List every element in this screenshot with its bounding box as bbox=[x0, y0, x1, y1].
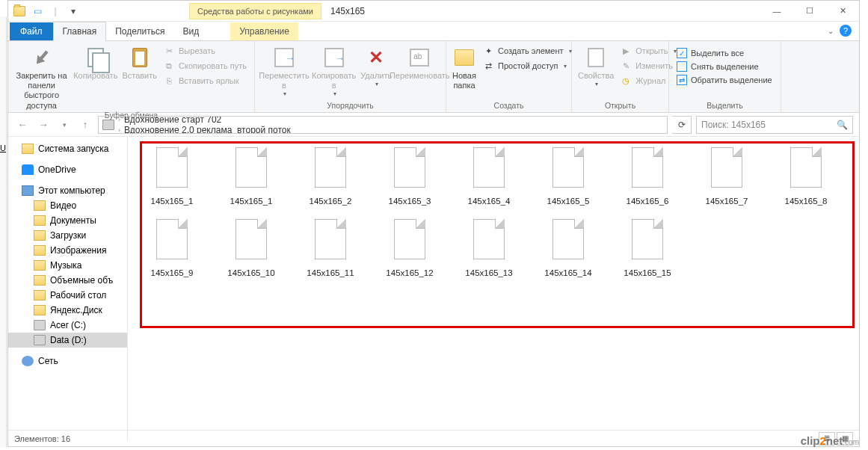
invert-selection-button[interactable]: ⇄Обратить выделение bbox=[675, 74, 774, 86]
file-item[interactable]: 145x165_5 bbox=[530, 143, 606, 210]
tree-node[interactable]: Data (D:) bbox=[8, 333, 127, 348]
refresh-button[interactable]: ⟳ bbox=[672, 116, 692, 134]
shortcut-icon: ⎘ bbox=[163, 75, 175, 87]
file-item[interactable]: 145x165_11 bbox=[292, 215, 369, 282]
tree-node[interactable]: Изображения bbox=[8, 243, 127, 258]
file-item[interactable]: 145x165_10 bbox=[213, 215, 289, 282]
file-icon bbox=[315, 147, 346, 188]
file-name: 145x165_6 bbox=[627, 197, 669, 206]
tab-home[interactable]: Главная bbox=[53, 22, 107, 41]
delete-button[interactable]: ✕ Удалить▾ bbox=[360, 43, 392, 101]
move-to-button[interactable]: Переместить в▾ bbox=[261, 43, 307, 101]
close-button[interactable]: ✕ bbox=[826, 1, 859, 22]
drive-icon bbox=[102, 118, 115, 132]
paste-icon bbox=[132, 48, 147, 67]
contextual-tab-label: Средства работы с рисунками bbox=[189, 3, 321, 19]
tree-label: Изображения bbox=[50, 245, 106, 256]
cut-button[interactable]: ✂Вырезать bbox=[161, 44, 248, 58]
folder-icon bbox=[34, 215, 46, 226]
tab-file[interactable]: Файл bbox=[10, 22, 53, 40]
tree-node[interactable]: Рабочий стол bbox=[8, 288, 127, 303]
rename-button[interactable]: Переименовать bbox=[396, 43, 443, 101]
scissors-icon: ✂ bbox=[163, 45, 175, 57]
file-item[interactable]: 145x165_9 bbox=[134, 215, 210, 282]
file-name: 145x165_7 bbox=[706, 197, 748, 206]
tree-node[interactable]: Этот компьютер bbox=[8, 183, 127, 198]
tree-node[interactable]: Сеть bbox=[8, 354, 127, 369]
pin-icon bbox=[30, 46, 53, 70]
tree-node[interactable]: Загрузки bbox=[8, 228, 127, 243]
copy-to-icon bbox=[324, 48, 344, 67]
file-name: 145x165_12 bbox=[386, 268, 433, 277]
file-item[interactable]: 145x165_2 bbox=[292, 143, 369, 210]
easy-access-icon: ⇄ bbox=[482, 60, 494, 72]
tab-view[interactable]: Вид bbox=[173, 22, 208, 40]
file-icon bbox=[394, 219, 425, 259]
select-none-button[interactable]: Снять выделение bbox=[675, 61, 774, 73]
search-box[interactable]: 🔍 bbox=[696, 116, 853, 134]
breadcrumb-segment[interactable]: ›Вдохновение 2.0 реклама_второй поток bbox=[117, 125, 291, 134]
new-folder-button[interactable]: Новая папка bbox=[452, 43, 476, 101]
copy-button[interactable]: Копировать bbox=[73, 43, 117, 111]
tree-label: Сеть bbox=[38, 356, 58, 366]
file-item[interactable]: 145x165_1 bbox=[213, 143, 289, 210]
maximize-button[interactable]: ☐ bbox=[793, 1, 826, 22]
qat-props-icon[interactable]: ▭ bbox=[31, 4, 44, 18]
collapse-ribbon-icon[interactable]: ⌄ bbox=[828, 27, 834, 35]
file-item[interactable]: 145x165_7 bbox=[689, 143, 765, 210]
file-item[interactable]: 145x165_8 bbox=[768, 143, 844, 210]
file-icon bbox=[236, 219, 267, 259]
file-item[interactable]: 145x165_3 bbox=[372, 143, 448, 210]
file-name: 145x165_10 bbox=[227, 268, 274, 277]
back-button[interactable]: ← bbox=[14, 117, 31, 133]
search-input[interactable] bbox=[701, 120, 837, 130]
folder-icon bbox=[34, 305, 46, 315]
minimize-button[interactable]: — bbox=[760, 1, 793, 22]
file-icon bbox=[790, 147, 822, 188]
help-button[interactable]: ? bbox=[840, 25, 852, 37]
tree-node[interactable]: Acer (C:) bbox=[8, 318, 127, 333]
address-bar[interactable]: ›Data (D:)›Таргет›Вдохновение старт 702›… bbox=[98, 116, 668, 134]
copy-path-button[interactable]: ⧉Скопировать путь bbox=[161, 59, 248, 73]
folder-icon bbox=[34, 260, 46, 271]
breadcrumb-segment[interactable]: ›Вдохновение старт 702 bbox=[117, 116, 291, 125]
tab-share[interactable]: Поделиться bbox=[106, 22, 173, 40]
tab-manage[interactable]: Управление bbox=[230, 22, 298, 40]
tree-node[interactable]: Система запуска bbox=[8, 141, 127, 156]
tree-node[interactable]: Документы bbox=[8, 213, 127, 228]
copy-to-button[interactable]: Копировать в▾ bbox=[312, 43, 356, 101]
file-item[interactable]: 145x165_4 bbox=[451, 143, 527, 210]
easy-access-button[interactable]: ⇄Простой доступ▾ bbox=[481, 59, 573, 73]
forward-button[interactable]: → bbox=[35, 117, 52, 133]
tree-node[interactable]: Видео bbox=[8, 198, 127, 213]
file-icon bbox=[473, 219, 505, 259]
file-item[interactable]: 145x165_14 bbox=[530, 215, 606, 282]
file-icon bbox=[552, 147, 584, 188]
tree-node[interactable]: Музыка bbox=[8, 258, 127, 273]
tree-label: Система запуска bbox=[38, 144, 108, 154]
tree-node[interactable]: OneDrive bbox=[8, 162, 127, 177]
titlebar: ▭ | ▾ Средства работы с рисунками 145x16… bbox=[8, 1, 859, 22]
up-button[interactable]: ↑ bbox=[77, 117, 93, 133]
pin-quick-access-button[interactable]: Закрепить на панели быстрого доступа bbox=[14, 43, 69, 111]
tree-label: Acer (C:) bbox=[50, 320, 86, 330]
file-item[interactable]: 145x165_15 bbox=[609, 215, 686, 282]
file-icon bbox=[632, 147, 663, 188]
file-item[interactable]: 145x165_6 bbox=[609, 143, 686, 210]
new-item-button[interactable]: ✦Создать элемент▾ bbox=[481, 44, 573, 58]
properties-button[interactable]: Свойства▾ bbox=[578, 43, 614, 101]
file-item[interactable]: 145x165_13 bbox=[451, 215, 527, 282]
tree-node[interactable]: Яндекс.Диск bbox=[8, 303, 127, 318]
tree-node[interactable]: Объемные объ bbox=[8, 273, 127, 288]
qat-dropdown-icon[interactable]: ▾ bbox=[67, 4, 80, 18]
paste-button[interactable]: Вставить bbox=[122, 43, 157, 111]
navigation-tree[interactable]: Система запускаOneDriveЭтот компьютерВид… bbox=[8, 137, 128, 441]
rename-icon bbox=[410, 49, 429, 67]
file-item[interactable]: 145x165_1 bbox=[134, 143, 210, 210]
file-icon bbox=[156, 147, 188, 188]
paste-shortcut-button[interactable]: ⎘Вставить ярлык bbox=[161, 74, 248, 87]
file-item[interactable]: 145x165_12 bbox=[372, 215, 448, 282]
select-all-button[interactable]: ✓Выделить все bbox=[675, 47, 774, 59]
file-list[interactable]: 145x165_1145x165_1145x165_2145x165_3145x… bbox=[128, 137, 859, 441]
recent-locations-button[interactable]: ▾ bbox=[56, 117, 73, 133]
